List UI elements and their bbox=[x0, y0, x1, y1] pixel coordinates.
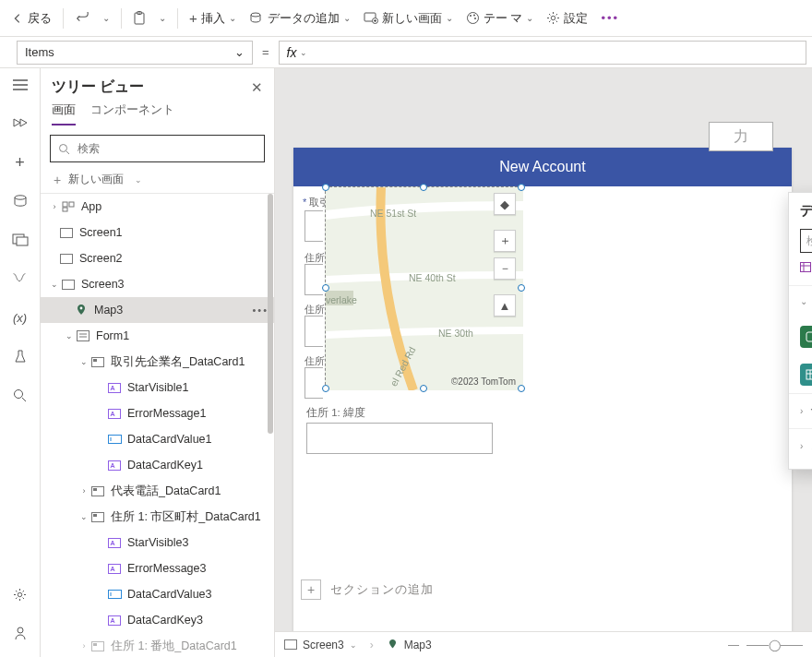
map-control[interactable]: NE 51st St NE 40th St NE 30th verlake el… bbox=[325, 186, 522, 389]
tree-dc-account[interactable]: ⌄ 取引先企業名_DataCard1 bbox=[41, 349, 274, 375]
tree-em3[interactable]: ErrorMessage3 bbox=[41, 555, 274, 581]
tree-dcv3[interactable]: DataCardValue3 bbox=[41, 581, 274, 607]
input-peek[interactable] bbox=[304, 316, 323, 347]
add-section[interactable]: + セクションの追加 bbox=[293, 572, 441, 607]
tree-dc-phone[interactable]: › 代表電話_DataCard1 bbox=[41, 478, 274, 504]
hamburger-icon[interactable] bbox=[11, 76, 30, 94]
input-peek[interactable] bbox=[304, 264, 323, 295]
label-icon bbox=[107, 407, 122, 420]
settings-button[interactable]: 設定 bbox=[541, 4, 593, 33]
insert-rail-icon[interactable]: + bbox=[11, 153, 30, 172]
tree-search[interactable] bbox=[50, 135, 265, 162]
paste-button[interactable] bbox=[127, 4, 151, 33]
property-selector[interactable]: Items ⌄ bbox=[17, 41, 253, 65]
tree-screen2[interactable]: Screen2 bbox=[41, 245, 274, 271]
peek-input[interactable]: 力 bbox=[709, 122, 773, 151]
variables-rail-icon[interactable]: (x) bbox=[11, 308, 30, 327]
settings-rail-icon[interactable] bbox=[11, 585, 30, 603]
phone-frame: New Account * 取引先企業名 住所 1: 郵便番号 住所 1: 郵便… bbox=[293, 148, 792, 639]
tree-label: Screen3 bbox=[81, 278, 125, 291]
crumb-map3[interactable]: Map3 bbox=[387, 639, 432, 651]
flyout-tables[interactable]: › テーブル ••• bbox=[789, 393, 812, 428]
new-screen-button[interactable]: 新しい画面 ⌄ bbox=[358, 4, 459, 33]
property-row: Items ⌄ = fx ⌄ bbox=[0, 37, 812, 68]
svg-point-2 bbox=[251, 13, 260, 17]
tree-search-input[interactable] bbox=[76, 141, 257, 156]
tree-screen3[interactable]: ⌄ Screen3 bbox=[41, 271, 274, 297]
tree-sv3[interactable]: StarVisible3 bbox=[41, 530, 274, 555]
ellipsis-icon[interactable]: ••• bbox=[252, 305, 269, 316]
tools-rail-icon[interactable] bbox=[11, 347, 30, 365]
textinput-icon bbox=[107, 588, 122, 601]
map-label: verlake bbox=[326, 294, 357, 305]
tree-dck3[interactable]: DataCardKey3 bbox=[41, 607, 274, 633]
flyout-connectors[interactable]: › コネクタ ••• bbox=[789, 428, 812, 463]
tree-sv1[interactable]: StarVisible1 bbox=[41, 375, 274, 400]
add-data-button[interactable]: データの追加 ⌄ bbox=[244, 4, 356, 33]
chevron-down-icon: ⌄ bbox=[159, 13, 166, 23]
svg-rect-40 bbox=[93, 643, 97, 646]
tree-screen1[interactable]: Screen1 bbox=[41, 220, 274, 245]
zoom-slider[interactable]: ——◯—— bbox=[746, 639, 803, 651]
label-icon bbox=[107, 459, 122, 472]
label-icon bbox=[107, 381, 122, 394]
flyout-section-inapp[interactable]: ⌄ アプリ内 bbox=[789, 285, 812, 317]
input-peek[interactable] bbox=[304, 367, 323, 399]
separator bbox=[63, 8, 64, 29]
tree-view-icon[interactable] bbox=[11, 114, 30, 133]
search-rail-icon[interactable] bbox=[11, 386, 30, 404]
tree-dc-cut[interactable]: › 住所 1: 番地_DataCard1 bbox=[41, 633, 274, 657]
ai-rail-icon[interactable] bbox=[11, 624, 30, 642]
tree-label: Form1 bbox=[96, 329, 129, 342]
tree-map3[interactable]: Map3 ••• bbox=[41, 297, 274, 323]
flyout-new-table[interactable]: 新しいテーブルの作成 bbox=[789, 260, 812, 285]
map-zoom-in[interactable]: ＋ bbox=[494, 230, 516, 252]
flyout-search[interactable]: 検索 bbox=[800, 229, 812, 253]
tree-form1[interactable]: ⌄ Form1 bbox=[41, 323, 274, 349]
dataverse-icon bbox=[800, 326, 812, 348]
paste-chevron[interactable]: ⌄ bbox=[153, 4, 172, 33]
map-zoom-out[interactable]: － bbox=[494, 257, 516, 280]
insert-button[interactable]: + 挿入 ⌄ bbox=[184, 4, 242, 33]
tree-app[interactable]: › App bbox=[41, 194, 274, 220]
input-account-peek[interactable] bbox=[304, 210, 323, 242]
tree-dcv1[interactable]: DataCardValue1 bbox=[41, 426, 274, 452]
close-icon[interactable]: ✕ bbox=[251, 79, 263, 96]
map-label: NE 51st St bbox=[370, 208, 416, 219]
tree-dc-city[interactable]: ⌄ 住所 1: 市区町村_DataCard1 bbox=[41, 504, 274, 530]
crumb-screen3[interactable]: Screen3 ⌄ bbox=[284, 639, 357, 651]
svg-rect-24 bbox=[78, 331, 90, 341]
chevron-down-icon: ⌄ bbox=[229, 13, 236, 23]
back-label: 戻る bbox=[28, 10, 52, 27]
svg-rect-30 bbox=[109, 460, 121, 470]
field-label-latitude: 住所 1: 緯度 bbox=[306, 406, 493, 420]
new-screen-link[interactable]: + 新しい画面 ⌄ bbox=[41, 166, 274, 194]
chevron-down-icon: ⌄ bbox=[343, 13, 351, 23]
back-button[interactable]: 戻る bbox=[6, 4, 57, 33]
form-icon bbox=[76, 329, 90, 342]
svg-rect-32 bbox=[93, 488, 97, 491]
map-label: NE 40th St bbox=[409, 272, 456, 283]
tab-screens[interactable]: 画面 bbox=[52, 102, 76, 125]
map-compass-icon[interactable]: ◆ bbox=[494, 193, 516, 215]
undo-chevron[interactable]: ⌄ bbox=[97, 4, 115, 33]
tab-components[interactable]: コンポーネント bbox=[90, 102, 174, 125]
tree-label: 住所 1: 番地_DataCard1 bbox=[111, 639, 237, 654]
scrollbar[interactable] bbox=[268, 194, 273, 434]
tree-em1[interactable]: ErrorMessage1 bbox=[41, 400, 274, 426]
formula-bar[interactable]: fx ⌄ bbox=[279, 41, 806, 65]
undo-button[interactable] bbox=[69, 4, 95, 33]
datasource-account[interactable]: 取引先企業 Microsoft Dataverse - 現在の環境 bbox=[789, 317, 812, 356]
theme-button[interactable]: テー マ ⌄ bbox=[460, 4, 540, 33]
map-pitch[interactable]: ▲ bbox=[494, 294, 516, 317]
data-rail-icon[interactable] bbox=[11, 192, 30, 210]
datasource-collection[interactable]: colSelectedAddress コレクション bbox=[789, 356, 812, 393]
flows-rail-icon[interactable] bbox=[11, 269, 30, 288]
input-latitude[interactable] bbox=[306, 423, 493, 454]
tree-dck1[interactable]: DataCardKey1 bbox=[41, 452, 274, 478]
overflow-button[interactable]: ••• bbox=[595, 4, 625, 33]
table-plus-icon bbox=[800, 262, 812, 274]
media-rail-icon[interactable] bbox=[11, 231, 30, 249]
zoom-out-icon[interactable]: — bbox=[728, 639, 739, 651]
insert-label: 挿入 bbox=[201, 10, 225, 27]
